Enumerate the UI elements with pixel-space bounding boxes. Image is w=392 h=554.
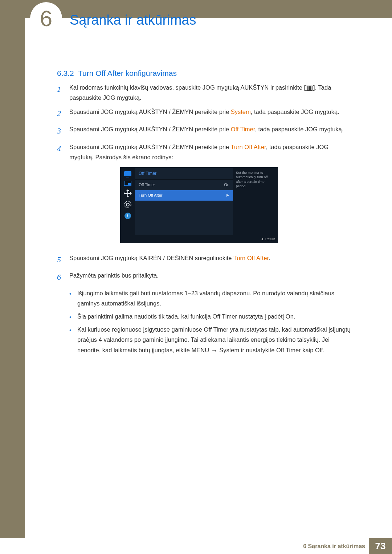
bullet-item: • Kai kuriuose regionuose įsigytuose gam… [69, 324, 353, 356]
bullet-list: • Išjungimo laikmatis gali būti nustatom… [69, 288, 353, 356]
osd-row-value: On [224, 181, 229, 188]
osd-row-label: Off Timer [139, 181, 155, 188]
osd-row-off-timer: Off Timer On [135, 180, 233, 190]
step-text: Spausdami JOG mygtuką AUKŠTYN / ŽEMYN pe… [69, 142, 353, 249]
bullet-text: Išjungimo laikmatis gali būti nustatomas… [77, 288, 353, 308]
gear-icon [124, 201, 131, 208]
pip-icon [124, 181, 131, 186]
menu-icon [306, 86, 313, 91]
bullet-dot-icon: • [69, 324, 77, 356]
page-title: Sąranka ir atkūrimas [70, 12, 196, 28]
section-heading: 6.3.2 Turn Off After konfigūravimas [57, 69, 177, 78]
step-number: 1 [57, 82, 69, 103]
step-text: Spausdami JOG mygtuką AUKŠTYN / ŽEMYN pe… [69, 107, 353, 120]
chapter-number-badge: 6 [30, 2, 62, 34]
left-sidebar-strip [0, 0, 25, 554]
step-5: 5 Spausdami JOG mygtuką KAIRĖN / DEŠINĖN… [57, 253, 353, 266]
section-number: 6.3.2 [57, 69, 74, 77]
step-text: Pažymėta parinktis bus pritaikyta. [69, 270, 353, 284]
bullet-text: Kai kuriuose regionuose įsigytuose gamin… [77, 324, 353, 356]
osd-help-panel: Set the monitor to automatically turn of… [233, 168, 278, 235]
page-footer: 6 Sąranka ir atkūrimas 73 [0, 538, 392, 554]
back-triangle-icon [261, 238, 263, 241]
step-2: 2 Spausdami JOG mygtuką AUKŠTYN / ŽEMYN … [57, 107, 353, 120]
bullet-item: • Išjungimo laikmatis gali būti nustatom… [69, 288, 353, 308]
picture-icon [124, 171, 131, 176]
bullet-item: • Šia parinktimi galima naudotis tik tad… [69, 311, 353, 322]
footer-chapter-label: 6 Sąranka ir atkūrimas [303, 543, 365, 550]
step-number: 5 [57, 253, 69, 266]
step-text: Spausdami JOG mygtuką KAIRĖN / DEŠINĖN s… [69, 253, 353, 266]
step-number: 3 [57, 124, 69, 138]
bullet-dot-icon: • [69, 288, 77, 308]
osd-row-label: Turn Off After [139, 192, 162, 199]
bullet-text: Šia parinktimi galima naudotis tik tada,… [77, 311, 353, 322]
step-text: Spausdami JOG mygtuką AUKŠTYN / ŽEMYN pe… [69, 124, 353, 138]
step-3: 3 Spausdami JOG mygtuką AUKŠTYN / ŽEMYN … [57, 124, 353, 138]
osd-main-panel: Off Timer Off Timer On Turn Off After ▶ [135, 168, 233, 235]
osd-row-turn-off-after: Turn Off After ▶ [135, 190, 233, 201]
info-icon: i [124, 213, 131, 219]
osd-screenshot: i Off Timer Off Timer On Turn Off After … [120, 167, 278, 243]
footer-page-number: 73 [369, 538, 392, 554]
bullet-dot-icon: • [69, 311, 77, 322]
step-number: 6 [57, 270, 69, 284]
chevron-right-icon: ▶ [226, 192, 229, 199]
step-number: 2 [57, 107, 69, 120]
section-title: Turn Off After konfigūravimas [78, 69, 177, 77]
step-4: 4 Spausdami JOG mygtuką AUKŠTYN / ŽEMYN … [57, 142, 353, 249]
osd-sidebar: i [121, 168, 135, 235]
step-text: Kai rodomas funkcinių klavišų vadovas, s… [69, 82, 353, 103]
osd-footer: Return [120, 235, 278, 243]
step-1: 1 Kai rodomas funkcinių klavišų vadovas,… [57, 82, 353, 103]
step-number: 4 [57, 142, 69, 249]
step-list: 1 Kai rodomas funkcinių klavišų vadovas,… [57, 82, 353, 359]
step-6: 6 Pažymėta parinktis bus pritaikyta. [57, 270, 353, 284]
osd-return-label: Return [265, 237, 275, 242]
resize-icon [124, 190, 131, 197]
osd-panel-title: Off Timer [135, 168, 233, 180]
